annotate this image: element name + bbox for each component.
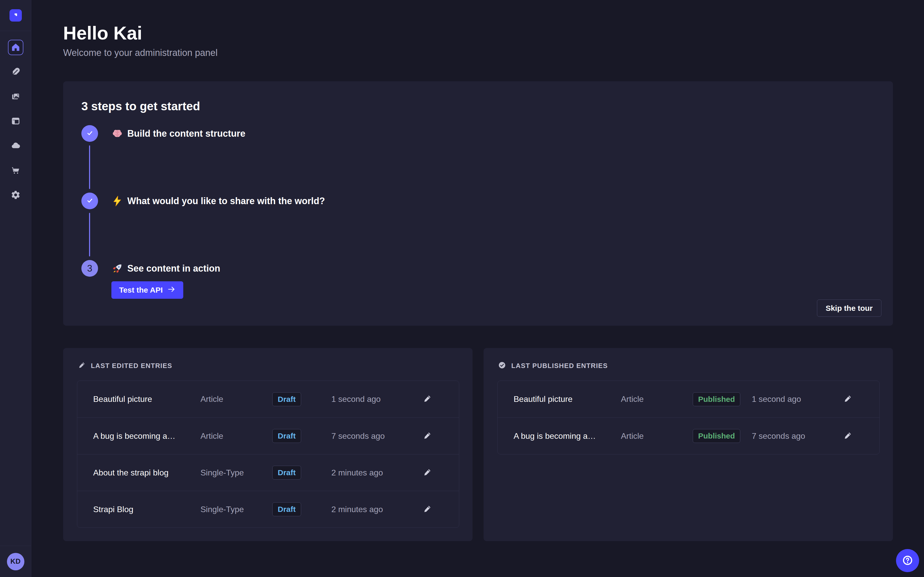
guided-tour-card: 3 steps to get started Build the content… (63, 81, 893, 326)
tour-step-3: 3 See content in action (81, 260, 874, 277)
step-3-number: 3 (87, 263, 92, 274)
strapi-logo[interactable] (10, 9, 22, 21)
step-1-label: Build the content structure (111, 128, 246, 140)
sidebar-user-section: KD (0, 546, 31, 577)
status-badge: Draft (272, 429, 301, 443)
entry-time: 1 second ago (752, 395, 843, 404)
pencil-icon (423, 431, 431, 441)
sidebar-item-home[interactable] (8, 40, 23, 55)
step-3-text: See content in action (127, 263, 220, 274)
help-button[interactable] (896, 549, 919, 572)
test-the-api-button[interactable]: Test the API (111, 281, 183, 299)
sidebar-item-content-type-builder[interactable] (8, 64, 23, 80)
skip-the-tour-button[interactable]: Skip the tour (817, 300, 881, 317)
shopping-cart-icon (11, 165, 21, 176)
step-2-text: What would you like to share with the wo… (127, 196, 325, 206)
sidebar-item-settings[interactable] (8, 187, 23, 203)
entry-type: Article (621, 431, 693, 441)
check-icon (86, 197, 94, 206)
entry-title: Beautiful picture (93, 395, 200, 404)
lightning-emoji-icon (111, 195, 123, 207)
pencil-icon (78, 361, 86, 370)
page-title: Hello Kai (63, 22, 924, 44)
status-badge: Draft (272, 466, 301, 480)
cloud-icon (11, 141, 21, 151)
logo-section (0, 0, 31, 31)
last-edited-header: LAST EDITED ENTRIES (78, 361, 459, 370)
step-2-done-circle (81, 193, 98, 209)
entry-type: Article (200, 395, 272, 404)
entry-title: A bug is becoming a… (514, 431, 621, 441)
sidebar-nav (8, 40, 23, 203)
edit-entry-button[interactable] (423, 468, 431, 477)
entry-type: Single-Type (200, 468, 272, 477)
edit-entry-button[interactable] (423, 395, 431, 404)
edit-entry-button[interactable] (423, 431, 431, 441)
page-subtitle: Welcome to your administration panel (63, 47, 924, 58)
step-2-label: What would you like to share with the wo… (111, 195, 325, 207)
table-row: Beautiful picture Article Draft 1 second… (77, 381, 459, 417)
page-header: Hello Kai Welcome to your administration… (31, 0, 924, 58)
main-content: Hello Kai Welcome to your administration… (31, 0, 924, 577)
status-badge: Draft (272, 502, 301, 516)
status-badge: Draft (272, 392, 301, 406)
last-edited-table: Beautiful picture Article Draft 1 second… (77, 380, 459, 528)
table-row: Beautiful picture Article Published 1 se… (498, 381, 879, 417)
last-published-entries-card: LAST PUBLISHED ENTRIES Beautiful picture… (483, 348, 893, 541)
step-3-label: See content in action (111, 263, 220, 274)
gear-icon (11, 190, 21, 201)
last-edited-entries-card: LAST EDITED ENTRIES Beautiful picture Ar… (63, 348, 473, 541)
strapi-logo-icon (12, 11, 19, 19)
test-the-api-label: Test the API (119, 286, 163, 294)
entry-time: 7 seconds ago (752, 431, 843, 441)
arrow-right-icon (167, 285, 176, 295)
entry-type: Single-Type (200, 504, 272, 514)
edit-entry-button[interactable] (843, 395, 852, 404)
feather-icon (11, 67, 21, 77)
sidebar-item-content-manager[interactable] (8, 114, 23, 129)
status-badge: Published (693, 392, 740, 406)
entry-time: 1 second ago (331, 395, 423, 404)
pencil-icon (843, 431, 852, 441)
check-circle-icon (498, 361, 506, 370)
cta-row: Test the API (111, 281, 874, 299)
table-row: A bug is becoming a… Article Draft 7 sec… (77, 417, 459, 454)
pencil-icon (423, 395, 431, 404)
guided-tour-title: 3 steps to get started (81, 99, 874, 113)
question-icon (902, 555, 913, 567)
entry-title: About the strapi blog (93, 468, 200, 477)
entries-cards-row: LAST EDITED ENTRIES Beautiful picture Ar… (63, 348, 893, 541)
entry-title: Beautiful picture (514, 395, 621, 404)
table-row: Strapi Blog Single-Type Draft 2 minutes … (77, 491, 459, 527)
pencil-icon (423, 504, 431, 514)
table-row: About the strapi blog Single-Type Draft … (77, 454, 459, 491)
entry-time: 2 minutes ago (331, 468, 423, 477)
brain-emoji-icon (111, 128, 123, 140)
edit-entry-button[interactable] (423, 504, 431, 514)
step-connector (89, 145, 90, 189)
entry-type: Article (200, 431, 272, 441)
tour-step-2: What would you like to share with the wo… (81, 193, 874, 209)
last-edited-title: LAST EDITED ENTRIES (91, 362, 172, 370)
pencil-icon (423, 468, 431, 477)
tour-step-1: Build the content structure (81, 125, 874, 142)
entry-time: 7 seconds ago (331, 431, 423, 441)
pencil-icon (843, 395, 852, 404)
last-published-header: LAST PUBLISHED ENTRIES (498, 361, 880, 370)
entry-type: Article (621, 395, 693, 404)
entry-title: Strapi Blog (93, 504, 200, 514)
entry-time: 2 minutes ago (331, 504, 423, 514)
sidebar-item-cloud[interactable] (8, 138, 23, 154)
edit-entry-button[interactable] (843, 431, 852, 441)
step-3-number-circle: 3 (81, 260, 98, 277)
sidebar: KD (0, 0, 31, 577)
step-connector (89, 213, 90, 256)
last-published-title: LAST PUBLISHED ENTRIES (511, 362, 608, 370)
status-badge: Published (693, 429, 740, 443)
last-published-table: Beautiful picture Article Published 1 se… (498, 380, 880, 455)
sidebar-item-media-library[interactable] (8, 89, 23, 105)
sidebar-item-marketplace[interactable] (8, 163, 23, 178)
avatar[interactable]: KD (7, 553, 24, 571)
step-1-done-circle (81, 125, 98, 142)
entry-title: A bug is becoming a… (93, 431, 200, 441)
